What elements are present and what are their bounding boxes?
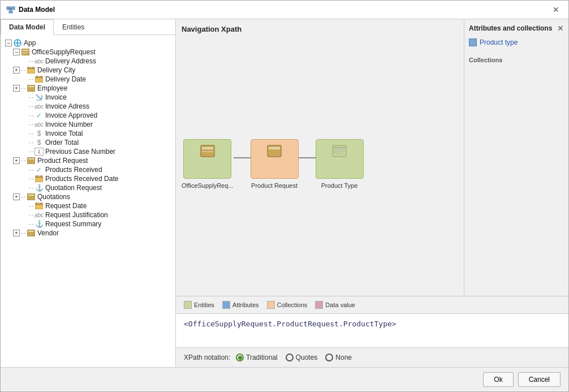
- tree-item-req-justification[interactable]: abc Request Justification: [3, 210, 173, 219]
- expand-app[interactable]: –: [5, 40, 12, 46]
- connector-2: [299, 157, 316, 158]
- tree-label-req-date: Request Date: [45, 202, 87, 210]
- svg-rect-16: [35, 76, 43, 83]
- svg-rect-13: [28, 68, 35, 69]
- tree-item-app[interactable]: – App: [3, 38, 173, 48]
- entity-icon-officesupply: [21, 48, 30, 56]
- tree-item-invoice-approved[interactable]: ✓ Invoice Approved: [3, 111, 173, 120]
- left-panel: Data Model Entities – App –: [1, 19, 176, 367]
- radio-traditional[interactable]: Traditional: [236, 354, 278, 361]
- tab-entities[interactable]: Entities: [54, 19, 93, 35]
- xpath-node-3[interactable]: Product Type: [316, 139, 364, 189]
- svg-rect-11: [23, 53, 27, 54]
- nav-xpath-title: Navigation Xpath: [182, 25, 458, 33]
- svg-rect-25: [36, 177, 42, 178]
- expand-product-req[interactable]: +: [13, 157, 20, 164]
- tree-item-product-req[interactable]: + Product Request: [3, 156, 173, 165]
- tree-item-req-summary[interactable]: ⚓ Request Summary: [3, 219, 173, 229]
- abc-icon-invoice-number: abc: [35, 120, 44, 128]
- radio-none[interactable]: None: [325, 354, 352, 361]
- tree-item-delivery-date[interactable]: Delivery Date: [3, 75, 173, 84]
- dollar-icon-order-total: $: [35, 139, 44, 147]
- dialog-footer: Ok Cancel: [1, 367, 568, 391]
- tree-item-quot-req[interactable]: ⚓ Quotation Request: [3, 183, 173, 192]
- entity-icon-employee: [27, 84, 36, 92]
- dialog-window: Data Model ✕ Data Model Entities – App: [0, 0, 569, 392]
- legend-label-collections: Collections: [277, 301, 308, 308]
- tree-item-order-total[interactable]: $ Order Total: [3, 138, 173, 147]
- abc-icon-req-justification: abc: [35, 211, 44, 219]
- close-button[interactable]: ✕: [549, 4, 563, 15]
- radio-circle-none: [325, 354, 333, 361]
- tree-item-prod-recv-date[interactable]: Products Received Date: [3, 174, 173, 183]
- notation-label: XPath notation:: [184, 354, 230, 361]
- attr-panel: Attributes and collections ✕ Product typ…: [464, 19, 568, 296]
- expand-vendor[interactable]: +: [13, 230, 20, 236]
- svg-rect-19: [41, 76, 42, 77]
- data-model-icon: [6, 5, 15, 14]
- link-icon-quot-req: ⚓: [35, 184, 44, 192]
- xpath-node-1[interactable]: OfficeSupplyReq...: [182, 139, 234, 189]
- tree-label-invoice-number: Invoice Number: [45, 120, 93, 128]
- nav-section: Navigation Xpath OfficeSupplyReq...: [176, 19, 568, 296]
- tree-label-delivery-addr: Delivery Address: [45, 57, 96, 65]
- tree-item-invoice-addr[interactable]: abc Invoice Adress: [3, 102, 173, 111]
- radio-circle-quotes: [286, 354, 294, 361]
- tree-item-req-date[interactable]: Request Date: [3, 201, 173, 210]
- svg-rect-44: [334, 151, 345, 152]
- tree-item-prod-received[interactable]: ✓ Products Received: [3, 165, 173, 174]
- tree-item-invoice-total[interactable]: $ Invoice Total: [3, 129, 173, 138]
- xpath-box-product-type[interactable]: [316, 139, 364, 179]
- xpath-box-product-req[interactable]: [251, 139, 299, 179]
- svg-rect-42: [334, 147, 345, 148]
- tree-item-employee[interactable]: + Employee: [3, 84, 173, 93]
- legend-label-attributes: Attributes: [232, 301, 258, 308]
- tree-label-quotations: Quotations: [37, 193, 70, 201]
- svg-rect-12: [27, 67, 35, 74]
- tree-item-delivery-addr[interactable]: abc Delivery Address: [3, 57, 173, 66]
- svg-rect-37: [202, 147, 213, 149]
- svg-rect-29: [28, 195, 34, 196]
- tree-item-invoice[interactable]: ⚓ Invoice: [3, 93, 173, 102]
- tree-item-delivery-city[interactable]: + Delivery City: [3, 66, 173, 75]
- tab-data-model[interactable]: Data Model: [1, 19, 54, 35]
- ok-button[interactable]: Ok: [483, 372, 513, 387]
- svg-rect-45: [334, 153, 342, 153]
- svg-rect-28: [27, 193, 35, 200]
- tree-item-vendor[interactable]: + Vendor: [3, 229, 173, 238]
- tree-label-invoice-approved: Invoice Approved: [45, 111, 97, 119]
- tree-label-invoice-addr: Invoice Adress: [45, 102, 89, 110]
- expand-officesupply[interactable]: –: [13, 49, 20, 55]
- tree-item-officesupply[interactable]: – OfficeSupplyRequest: [3, 48, 173, 57]
- attr-panel-title: Attributes and collections: [469, 24, 552, 32]
- svg-rect-38: [202, 151, 213, 152]
- svg-rect-18: [36, 76, 37, 77]
- xpath-node-2[interactable]: Product Request: [251, 139, 299, 189]
- expand-employee[interactable]: +: [13, 85, 20, 92]
- radio-group-notation: Traditional Quotes None: [236, 354, 352, 361]
- tree-item-invoice-number[interactable]: abc Invoice Number: [3, 120, 173, 129]
- check-icon-invoice-approved: ✓: [35, 111, 44, 119]
- date-icon-prod-recv-date: [35, 175, 44, 183]
- right-panel: Navigation Xpath OfficeSupplyReq...: [176, 19, 568, 367]
- attr-close-button[interactable]: ✕: [557, 24, 564, 33]
- tree-label-order-total: Order Total: [45, 139, 79, 147]
- tree-label-officesupply: OfficeSupplyRequest: [32, 48, 96, 56]
- cancel-button[interactable]: Cancel: [518, 372, 561, 387]
- entity-icon-quotations: [27, 193, 36, 201]
- expand-quotations[interactable]: +: [13, 193, 20, 200]
- tree-item-quotations[interactable]: + Quotations: [3, 192, 173, 201]
- notation-row: XPath notation: Traditional Quotes: [176, 348, 568, 367]
- expand-delivery-city[interactable]: +: [13, 67, 20, 74]
- xpath-box-officesupply[interactable]: [183, 139, 231, 179]
- date-icon-delivery-date: [35, 75, 44, 83]
- tree-label-invoice-total: Invoice Total: [45, 130, 83, 137]
- xpath-output-area: <OfficeSupplyRequest.ProductRequest.Prod…: [176, 314, 568, 348]
- svg-rect-9: [23, 50, 28, 51]
- attr-item-product-type[interactable]: Product type: [469, 37, 564, 48]
- tree-label-delivery-date: Delivery Date: [45, 75, 86, 83]
- svg-rect-33: [41, 203, 42, 204]
- radio-quotes[interactable]: Quotes: [286, 354, 318, 361]
- tree-item-prev-case[interactable]: 1 Previous Case Number: [3, 147, 173, 156]
- svg-rect-10: [23, 52, 28, 53]
